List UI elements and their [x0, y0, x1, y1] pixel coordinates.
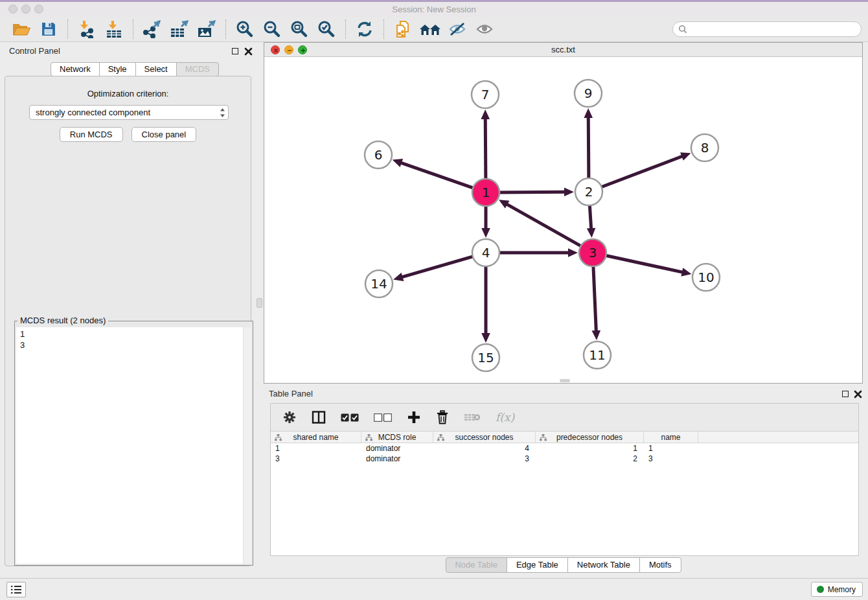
cell: 3	[433, 454, 536, 463]
graph-edge-1-7[interactable]	[485, 118, 486, 180]
mcds-result-list[interactable]: 13	[16, 327, 251, 564]
run-mcds-button[interactable]: Run MCDS	[60, 127, 123, 142]
network-minimize-button[interactable]	[284, 45, 293, 54]
graph-node-9[interactable]: 9	[575, 80, 602, 107]
tab-motifs[interactable]: Motifs	[639, 557, 681, 573]
table-settings-icon[interactable]	[282, 410, 297, 424]
graph-node-6[interactable]: 6	[365, 141, 392, 168]
column-header-name[interactable]: name	[644, 432, 698, 443]
cell: 3	[644, 454, 698, 463]
result-item[interactable]: 1	[16, 329, 251, 340]
close-panel-icon[interactable]	[244, 47, 253, 56]
graph-node-4[interactable]: 4	[472, 239, 499, 266]
graph-node-3[interactable]: 3	[579, 239, 606, 266]
tab-style[interactable]: Style	[99, 62, 136, 76]
function-builder-icon[interactable]: f(x)	[496, 411, 514, 424]
column-header-shared-name[interactable]: shared name	[271, 432, 361, 443]
deselect-all-checkboxes-icon[interactable]	[374, 413, 392, 422]
column-header-MCDS-role[interactable]: MCDS role	[361, 432, 433, 443]
zoom-in-icon[interactable]	[234, 19, 256, 40]
close-panel-button[interactable]: Close panel	[131, 127, 197, 142]
cell: 1	[536, 444, 644, 453]
graph-edge-3-11[interactable]	[593, 265, 597, 332]
graph-edge-3-1[interactable]	[506, 204, 582, 247]
open-session-icon[interactable]	[10, 19, 32, 40]
window-zoom-button[interactable]	[34, 5, 43, 14]
search-icon	[678, 25, 687, 34]
delete-table-icon[interactable]	[464, 412, 481, 422]
canvas-scrollbar-thumb[interactable]	[560, 379, 570, 382]
export-table-icon[interactable]	[168, 19, 190, 40]
graph-node-1[interactable]: 1	[472, 179, 499, 206]
network-close-button[interactable]	[271, 45, 280, 54]
hide-graphics-icon[interactable]	[446, 19, 468, 40]
select-all-checkboxes-icon[interactable]	[341, 413, 359, 422]
export-network-icon[interactable]	[141, 19, 163, 40]
edge-arrowhead	[393, 159, 403, 167]
result-item[interactable]: 3	[16, 340, 251, 351]
graph-node-8[interactable]: 8	[691, 134, 718, 161]
graph-node-10[interactable]: 10	[692, 264, 720, 291]
go-home-icon[interactable]	[419, 19, 441, 40]
graph-node-15[interactable]: 15	[472, 344, 499, 371]
network-window-titlebar: scc.txt	[264, 43, 862, 57]
criterion-select[interactable]: strongly connected component	[29, 105, 229, 120]
float-panel-icon[interactable]	[232, 48, 238, 54]
clone-network-icon[interactable]	[392, 19, 414, 40]
network-canvas[interactable]: 7968124314101511	[264, 57, 862, 383]
graph-edge-3-10[interactable]	[605, 255, 683, 272]
graph-node-2[interactable]: 2	[575, 178, 602, 205]
magnifier-minus-icon	[263, 20, 281, 38]
graph-node-11[interactable]: 11	[584, 341, 611, 369]
graph-edge-2-9[interactable]	[588, 117, 589, 179]
graph-edge-2-8[interactable]	[600, 156, 683, 187]
save-session-icon[interactable]	[38, 19, 60, 40]
mcds-result-title: MCDS result (2 nodes)	[17, 316, 108, 325]
node-label: 8	[701, 140, 709, 156]
tab-mcds[interactable]: MCDS	[176, 62, 219, 76]
import-table-icon[interactable]	[103, 19, 125, 40]
network-zoom-button[interactable]	[298, 45, 307, 54]
cell: dominator	[361, 454, 433, 463]
window-minimize-button[interactable]	[21, 5, 30, 14]
tab-select[interactable]: Select	[135, 62, 177, 76]
table-row[interactable]: 1dominator411	[271, 443, 858, 454]
column-header-successor-nodes[interactable]: successor nodes	[433, 432, 536, 443]
graph-edge-4-14[interactable]	[402, 256, 474, 277]
split-view-icon[interactable]	[312, 411, 326, 424]
memory-label: Memory	[828, 585, 856, 594]
zoom-fit-icon[interactable]	[288, 19, 310, 40]
import-network-icon[interactable]	[76, 19, 98, 40]
memory-button[interactable]: Memory	[811, 582, 863, 597]
graph-edge-1-6[interactable]	[400, 163, 474, 189]
tab-network-table[interactable]: Network Table	[567, 557, 640, 573]
graph-node-7[interactable]: 7	[472, 81, 499, 108]
task-history-button[interactable]	[6, 582, 26, 597]
graph-edge-2-3[interactable]	[589, 204, 591, 229]
delete-column-icon[interactable]	[436, 410, 449, 424]
refresh-view-icon[interactable]	[354, 19, 376, 40]
show-graphics-icon[interactable]	[474, 19, 496, 40]
graph-node-14[interactable]: 14	[365, 270, 393, 297]
zoom-selected-icon[interactable]	[315, 19, 337, 40]
add-column-icon[interactable]	[407, 410, 421, 424]
table-header-row: shared nameMCDS rolesuccessor nodesprede…	[271, 431, 858, 443]
search-field[interactable]	[687, 23, 861, 35]
export-image-icon[interactable]	[196, 19, 218, 40]
float-table-panel-icon[interactable]	[842, 391, 849, 397]
window-close-button[interactable]	[8, 5, 17, 14]
zoom-out-icon[interactable]	[261, 19, 283, 40]
toolbar-separator	[383, 19, 384, 39]
graph-edge-1-2[interactable]	[498, 192, 565, 192]
column-header-predecessor-nodes[interactable]: predecessor nodes	[536, 432, 644, 443]
window-titlebar: Session: New Session	[0, 2, 868, 17]
table-row[interactable]: 3dominator323	[271, 454, 858, 464]
close-table-panel-icon[interactable]	[854, 390, 862, 398]
tab-node-table[interactable]: Node Table	[445, 557, 507, 573]
panel-splitter-handle[interactable]	[257, 298, 262, 308]
tab-network[interactable]: Network	[51, 62, 100, 76]
node-label: 10	[698, 270, 714, 285]
tab-edge-table[interactable]: Edge Table	[507, 557, 568, 573]
search-input[interactable]	[672, 21, 862, 37]
result-scrollbar[interactable]	[243, 327, 251, 564]
